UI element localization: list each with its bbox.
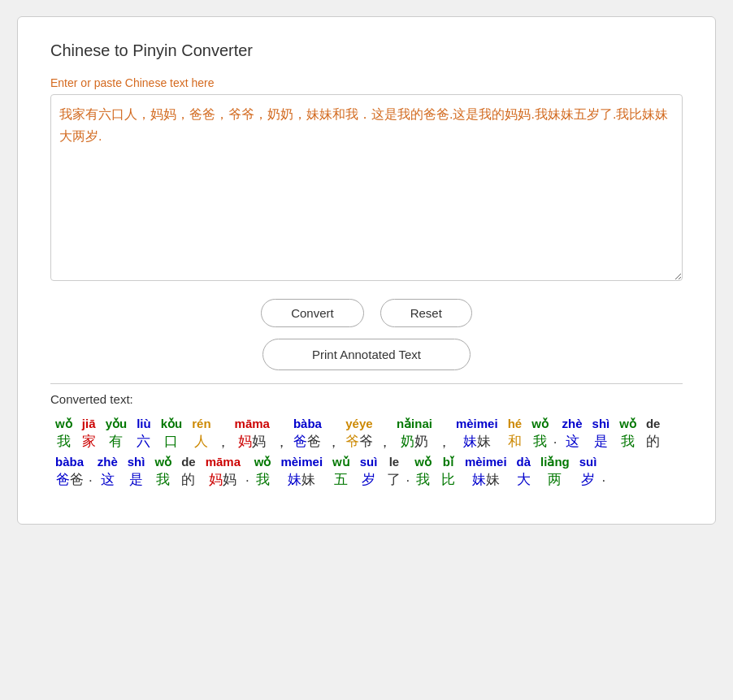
pinyin-text: rén bbox=[192, 416, 210, 432]
chinese-text: 妹妹 bbox=[465, 470, 507, 490]
chinese-text: 是 bbox=[592, 432, 610, 452]
pinyin-text: wǒ bbox=[254, 454, 271, 470]
pinyin-text: wǒ bbox=[531, 416, 549, 432]
divider bbox=[50, 383, 683, 384]
list-item: liù六 bbox=[137, 416, 151, 451]
list-item: mèimei妹妹 bbox=[456, 416, 498, 451]
chinese-text: 了 bbox=[387, 470, 401, 490]
list-item: wǒ我 bbox=[55, 416, 72, 451]
reset-button[interactable]: Reset bbox=[380, 299, 472, 327]
list-item: bǐ比 bbox=[441, 454, 455, 489]
page-title: Chinese to Pinyin Converter bbox=[50, 41, 683, 60]
list-item: suì岁 bbox=[579, 454, 597, 489]
chinese-text: 五 bbox=[332, 470, 350, 490]
pinyin-text: zhè bbox=[562, 416, 583, 432]
punctuation: · bbox=[245, 473, 249, 489]
list-item: māma妈妈 bbox=[235, 416, 270, 451]
pinyin-text: bàba bbox=[55, 454, 84, 470]
pinyin-text: kǒu bbox=[161, 416, 183, 432]
pinyin-text: wǒ bbox=[414, 454, 432, 470]
list-item: māma妈妈 bbox=[206, 454, 241, 489]
pinyin-text: zhè bbox=[98, 454, 118, 470]
chinese-text: 爸爸 bbox=[55, 470, 84, 490]
pinyin-text: liù bbox=[137, 416, 151, 432]
pinyin-text: bǐ bbox=[441, 454, 455, 470]
list-item: le了 bbox=[387, 454, 401, 489]
punctuation: ， bbox=[378, 434, 392, 451]
pinyin-text: hé bbox=[508, 416, 523, 432]
list-item: mèimei妹妹 bbox=[280, 454, 323, 489]
chinese-text: 有 bbox=[106, 432, 128, 452]
chinese-text: 和 bbox=[508, 432, 523, 452]
chinese-text: 妈妈 bbox=[206, 470, 241, 490]
punctuation: · bbox=[601, 473, 605, 489]
pinyin-text: yéye bbox=[345, 416, 373, 432]
list-item: wǒ我 bbox=[254, 454, 271, 489]
pinyin-text: suì bbox=[360, 454, 378, 470]
pinyin-text: yǒu bbox=[106, 416, 128, 432]
list-item: bàba爸爸 bbox=[293, 416, 322, 451]
list-item: bàba爸爸 bbox=[55, 454, 84, 489]
chinese-text: 这 bbox=[562, 432, 583, 452]
chinese-text: 我 bbox=[531, 432, 549, 452]
chinese-text: 岁 bbox=[579, 470, 597, 490]
chinese-text: 家 bbox=[82, 432, 96, 452]
list-item: yéye爷爷 bbox=[345, 416, 373, 451]
list-item: liǎng两 bbox=[540, 454, 570, 489]
list-item: wǒ我 bbox=[414, 454, 432, 489]
pinyin-text: wǒ bbox=[154, 454, 171, 470]
chinese-text: 妹妹 bbox=[280, 470, 323, 490]
chinese-text: 两 bbox=[540, 470, 570, 490]
list-item: wǒ我 bbox=[154, 454, 171, 489]
list-item: suì岁 bbox=[360, 454, 378, 489]
chinese-text: 妹妹 bbox=[456, 432, 498, 452]
chinese-text: 我 bbox=[55, 432, 72, 452]
list-item: rén人 bbox=[192, 416, 210, 451]
pinyin-text: māma bbox=[206, 454, 241, 470]
pinyin-text: jiā bbox=[82, 416, 96, 432]
print-button[interactable]: Print Annotated Text bbox=[262, 339, 471, 370]
list-item: wǒ我 bbox=[619, 416, 636, 451]
pinyin-text: le bbox=[387, 454, 401, 470]
chinese-input[interactable]: 我家有六口人，妈妈，爸爸，爷爷，奶奶，妹妹和我．这是我的爸爸.这是我的妈妈.我妹… bbox=[50, 94, 683, 281]
chinese-text: 口 bbox=[161, 432, 183, 452]
convert-button[interactable]: Convert bbox=[261, 299, 364, 327]
list-item: jiā家 bbox=[82, 416, 96, 451]
punctuation: ， bbox=[275, 434, 288, 451]
chinese-text: 人 bbox=[192, 432, 210, 452]
chinese-text: 大 bbox=[517, 470, 531, 490]
chinese-text: 的 bbox=[646, 432, 661, 452]
list-item: wǒ我 bbox=[531, 416, 549, 451]
punctuation: · bbox=[553, 434, 557, 451]
list-item: dà大 bbox=[517, 454, 531, 489]
pinyin-text: de bbox=[181, 454, 196, 470]
pinyin-text: dà bbox=[517, 454, 531, 470]
converted-area: wǒ我jiā家yǒu有liù六kǒu口rén人，māma妈妈，bàba爸爸，yé… bbox=[50, 414, 683, 491]
list-item: nǎinai奶奶 bbox=[397, 416, 432, 451]
chinese-text: 这 bbox=[98, 470, 118, 490]
chinese-text: 我 bbox=[154, 470, 171, 490]
chinese-text: 是 bbox=[128, 470, 145, 490]
pinyin-text: wǒ bbox=[619, 416, 636, 432]
list-item: de的 bbox=[181, 454, 196, 489]
list-item: de的 bbox=[646, 416, 661, 451]
pinyin-text: māma bbox=[235, 416, 270, 432]
textarea-label: Enter or paste Chinese text here bbox=[50, 76, 683, 89]
punctuation: ， bbox=[437, 434, 451, 451]
pinyin-text: mèimei bbox=[465, 454, 507, 470]
pinyin-text: nǎinai bbox=[397, 416, 432, 432]
pinyin-text: wǒ bbox=[55, 416, 72, 432]
pinyin-text: shì bbox=[592, 416, 610, 432]
chinese-text: 奶奶 bbox=[397, 432, 432, 452]
pinyin-text: mèimei bbox=[280, 454, 323, 470]
list-item: shì是 bbox=[592, 416, 610, 451]
chinese-text: 爷爷 bbox=[345, 432, 373, 452]
chinese-text: 我 bbox=[414, 470, 432, 490]
punctuation: · bbox=[406, 473, 410, 489]
chinese-text: 爸爸 bbox=[293, 432, 322, 452]
punctuation: ， bbox=[216, 434, 230, 451]
list-item: wǔ五 bbox=[332, 454, 350, 489]
converted-label: Converted text: bbox=[50, 392, 683, 406]
list-item: shì是 bbox=[128, 454, 145, 489]
chinese-text: 我 bbox=[619, 432, 636, 452]
